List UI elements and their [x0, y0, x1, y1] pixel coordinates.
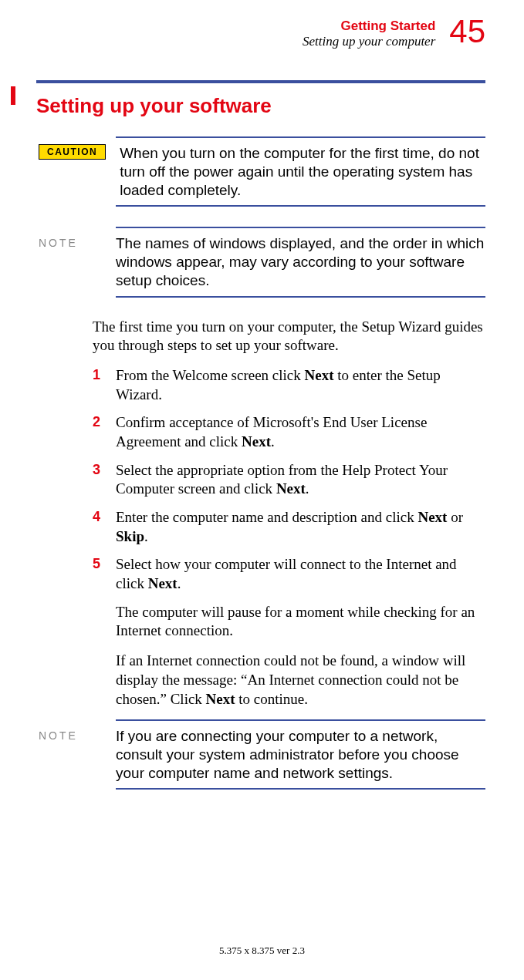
- sub-paragraph: If an Internet connection could not be f…: [116, 652, 485, 709]
- page-header: Getting Started Setting up your computer…: [15, 15, 485, 49]
- note-callout: NOTE If you are connecting your computer…: [39, 727, 485, 782]
- step-list: 1 From the Welcome screen click Next to …: [93, 366, 485, 594]
- page-number: 45: [449, 15, 485, 48]
- caution-badge: CAUTION: [39, 144, 106, 160]
- sub-paragraph: The computer will pause for a moment whi…: [116, 603, 485, 641]
- list-item: 3 Select the appropriate option from the…: [93, 461, 485, 499]
- section-marker-icon: [11, 86, 15, 105]
- list-item: 1 From the Welcome screen click Next to …: [93, 366, 485, 404]
- divider: [116, 719, 485, 721]
- step-number: 3: [93, 461, 116, 499]
- divider: [116, 296, 485, 298]
- divider: [116, 136, 485, 138]
- section-subtitle: Setting up your computer: [303, 34, 435, 49]
- list-item: 2 Confirm acceptance of Microsoft's End …: [93, 413, 485, 451]
- divider: [36, 80, 485, 83]
- note-label: NOTE: [39, 234, 93, 249]
- step-number: 1: [93, 366, 116, 404]
- chapter-title: Getting Started: [303, 19, 435, 34]
- divider: [116, 227, 485, 228]
- caution-text: When you turn on the computer for the fi…: [120, 144, 485, 199]
- page-footer: 5.375 x 8.375 ver 2.3: [0, 945, 524, 957]
- section-heading: Setting up your software: [36, 94, 485, 118]
- caution-callout: CAUTION When you turn on the computer fo…: [39, 144, 485, 199]
- list-item: 4 Enter the computer name and descriptio…: [93, 508, 485, 546]
- step-number: 2: [93, 413, 116, 451]
- divider: [116, 205, 485, 207]
- note-text: The names of windows displayed, and the …: [116, 234, 485, 289]
- list-item: 5 Select how your computer will connect …: [93, 555, 485, 593]
- intro-paragraph: The first time you turn on your computer…: [93, 318, 485, 355]
- step-number: 4: [93, 508, 116, 546]
- note-label: NOTE: [39, 727, 93, 742]
- divider: [116, 788, 485, 790]
- step-number: 5: [93, 555, 116, 593]
- note-text: If you are connecting your computer to a…: [116, 727, 485, 782]
- note-callout: NOTE The names of windows displayed, and…: [39, 234, 485, 289]
